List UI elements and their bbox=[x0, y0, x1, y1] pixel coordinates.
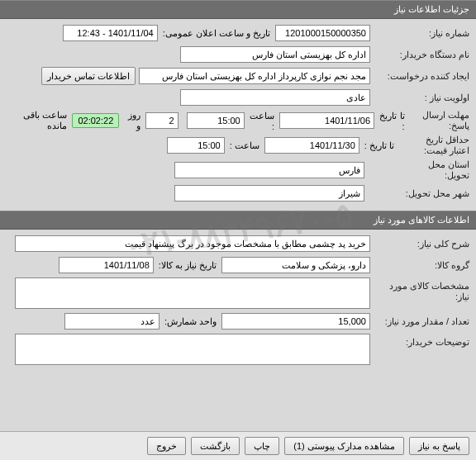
until-date-label-1: تا تاریخ : bbox=[374, 111, 409, 131]
section-items: شرح کلی نیاز: گروه کالا: تاریخ نیاز به ک… bbox=[0, 230, 476, 373]
qty-label: تعداد / مقدار مورد نیاز: bbox=[370, 316, 469, 327]
need-desc-label: شرح کلی نیاز: bbox=[370, 239, 469, 249]
days-left-field bbox=[145, 112, 178, 129]
section-need-details: شماره نیاز: تاریخ و ساعت اعلان عمومی: نا… bbox=[0, 19, 476, 211]
countdown-timer: 02:02:22 bbox=[72, 113, 119, 128]
until-time-label-1: ساعت : bbox=[245, 111, 279, 131]
price-validity-time-field[interactable] bbox=[167, 137, 225, 154]
price-validity-date-field[interactable] bbox=[264, 137, 359, 154]
days-left-label: روز و bbox=[119, 110, 145, 131]
delivery-province-label: استان محل تحویل: bbox=[399, 159, 469, 181]
footer-toolbar: پاسخ به نیاز مشاهده مدارک پیوستی (1) چاپ… bbox=[0, 431, 476, 460]
view-attachments-button[interactable]: مشاهده مدارک پیوستی (1) bbox=[284, 437, 404, 455]
delivery-city-label: شهر محل تحویل: bbox=[399, 188, 469, 199]
deadline-answer-label: مهلت ارسال پاسخ: bbox=[410, 110, 469, 131]
section-items-header: اطلاعات کالاهای مورد نیاز bbox=[0, 211, 476, 230]
req-date-label: تاریخ نیاز به کالا: bbox=[154, 260, 221, 271]
priority-label: اولویت نیاز : bbox=[370, 92, 469, 103]
print-button[interactable]: چاپ bbox=[245, 437, 279, 455]
buyer-notes-label: توضیحات خریدار: bbox=[370, 334, 469, 348]
time-left-label: ساعت باقی مانده bbox=[7, 110, 72, 131]
deadline-answer-time-field[interactable] bbox=[187, 112, 245, 129]
priority-field[interactable] bbox=[180, 89, 370, 106]
exit-button[interactable]: خروج bbox=[147, 437, 186, 455]
qty-field[interactable] bbox=[221, 313, 370, 330]
requester-field[interactable] bbox=[139, 68, 370, 84]
back-button[interactable]: بازگشت bbox=[191, 437, 240, 455]
until-time-label-2: ساعت : bbox=[225, 140, 264, 151]
buyer-org-label: نام دستگاه خریدار: bbox=[370, 50, 469, 60]
announce-datetime-label: تاریخ و ساعت اعلان عمومی: bbox=[158, 28, 275, 39]
need-number-field[interactable] bbox=[275, 25, 370, 41]
delivery-province-field[interactable] bbox=[174, 162, 364, 178]
item-specs-field[interactable] bbox=[15, 277, 370, 309]
buyer-notes-field[interactable] bbox=[15, 334, 370, 365]
group-label: گروه کالا: bbox=[370, 260, 469, 271]
item-specs-label: مشخصات کالای مورد نیاز: bbox=[370, 277, 469, 302]
buyer-org-field[interactable] bbox=[180, 46, 370, 63]
group-field[interactable] bbox=[221, 257, 370, 273]
need-number-label: شماره نیاز: bbox=[370, 28, 469, 39]
respond-button[interactable]: پاسخ به نیاز bbox=[409, 437, 469, 455]
deadline-answer-date-field[interactable] bbox=[279, 112, 374, 129]
buyer-contact-button[interactable]: اطلاعات تماس خریدار bbox=[41, 67, 136, 85]
unit-field[interactable] bbox=[64, 313, 159, 330]
req-date-field[interactable] bbox=[59, 257, 154, 273]
delivery-city-field[interactable] bbox=[174, 185, 364, 202]
requester-label: ایجاد کننده درخواست: bbox=[370, 71, 469, 82]
announce-datetime-field[interactable] bbox=[63, 25, 158, 41]
until-date-label-2: تا تاریخ : bbox=[359, 140, 399, 151]
price-validity-label: حداقل تاریخ اعتبار قیمت: bbox=[399, 135, 469, 156]
section-need-details-header: جزئیات اطلاعات نیاز bbox=[0, 0, 476, 19]
unit-label: واحد شمارش: bbox=[159, 316, 221, 327]
need-desc-field[interactable] bbox=[15, 235, 370, 252]
